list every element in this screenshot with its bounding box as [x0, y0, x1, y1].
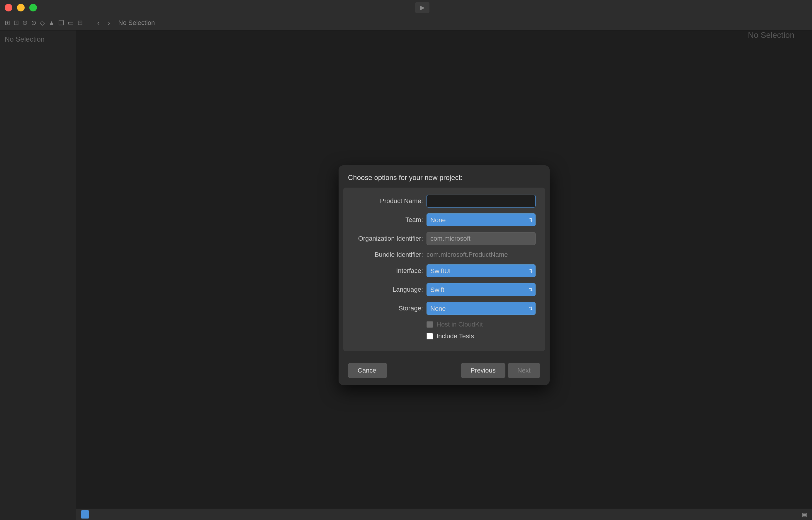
org-identifier-label: Organization Identifier: [352, 235, 423, 242]
toolbar: ⊞ ⊡ ⊕ ⊙ ◇ ▲ ❑ ▭ ⊟ ‹ › No Selection [0, 15, 812, 30]
language-label: Language: [352, 286, 423, 293]
toolbar-icon-rect[interactable]: ▭ [68, 19, 74, 27]
bottom-bar: ▣ [76, 508, 812, 520]
bottom-right-icon[interactable]: ▣ [802, 511, 807, 518]
bundle-identifier-control: com.microsoft.ProductName [426, 251, 535, 259]
toolbar-icon-warn[interactable]: ◇ [40, 19, 45, 27]
host-cloudkit-checkbox[interactable] [426, 321, 433, 328]
team-select-wrapper: None Add Account... [426, 213, 535, 226]
next-button[interactable]: Next [508, 363, 540, 378]
previous-button[interactable]: Previous [461, 363, 505, 378]
toolbar-icon-minus[interactable]: ⊟ [77, 19, 83, 27]
product-name-label: Product Name: [352, 197, 423, 205]
toolbar-icon-add[interactable]: ⊕ [22, 19, 28, 27]
product-name-row: Product Name: [352, 194, 535, 208]
interface-select-wrapper: SwiftUI Storyboard [426, 264, 535, 277]
nav-buttons: Previous Next [461, 363, 540, 378]
org-identifier-control: com.microsoft [426, 232, 535, 245]
storage-control: None Core Data SwiftData [426, 302, 535, 315]
language-select[interactable]: Swift Objective-C [426, 283, 535, 296]
maximize-button[interactable] [29, 4, 37, 11]
sidebar-no-selection: No Selection [0, 30, 76, 48]
dialog-overlay: Choose options for your new project: Pro… [76, 30, 812, 520]
org-identifier-row: Organization Identifier: com.microsoft [352, 232, 535, 245]
dialog-footer: Cancel Previous Next [339, 357, 550, 385]
product-name-input[interactable] [426, 194, 535, 208]
nav-back-icon[interactable]: ‹ [95, 18, 102, 28]
storage-select-wrapper: None Core Data SwiftData [426, 302, 535, 315]
org-identifier-display: com.microsoft [426, 232, 535, 245]
storage-select[interactable]: None Core Data SwiftData [426, 302, 535, 315]
include-tests-row: Include Tests [426, 332, 535, 340]
team-row: Team: None Add Account... [352, 213, 535, 226]
team-select[interactable]: None Add Account... [426, 213, 535, 226]
team-control: None Add Account... [426, 213, 535, 226]
toolbar-icon-triangle[interactable]: ▲ [48, 19, 55, 27]
close-button[interactable] [5, 4, 12, 11]
checkboxes-area: Host in CloudKit Include Tests [426, 321, 535, 340]
sidebar: No Selection [0, 30, 76, 520]
bundle-identifier-value: com.microsoft.ProductName [426, 250, 508, 259]
toolbar-icon-grid[interactable]: ⊞ [5, 19, 10, 27]
bundle-identifier-row: Bundle Identifier: com.microsoft.Product… [352, 251, 535, 259]
dialog-title: Choose options for your new project: [339, 165, 550, 182]
minimize-button[interactable] [17, 4, 25, 11]
new-project-dialog: Choose options for your new project: Pro… [339, 165, 550, 385]
org-identifier-value: com.microsoft [430, 235, 471, 242]
dialog-content: Product Name: Team: None Add Account... [343, 188, 545, 351]
language-control: Swift Objective-C [426, 283, 535, 296]
toolbar-icon-list[interactable]: ⊡ [14, 19, 19, 27]
traffic-lights [5, 4, 37, 11]
storage-label: Storage: [352, 305, 423, 312]
language-select-wrapper: Swift Objective-C [426, 283, 535, 296]
storage-row: Storage: None Core Data SwiftData [352, 302, 535, 315]
include-tests-label: Include Tests [437, 332, 474, 340]
blue-dot-icon [81, 510, 89, 519]
toolbar-icon-search[interactable]: ⊙ [31, 19, 36, 27]
interface-row: Interface: SwiftUI Storyboard [352, 264, 535, 277]
run-button[interactable]: ▶ [415, 2, 429, 13]
nav-forward-icon[interactable]: › [106, 18, 112, 28]
language-row: Language: Swift Objective-C [352, 283, 535, 296]
include-tests-checkbox[interactable] [426, 333, 433, 339]
interface-label: Interface: [352, 267, 423, 275]
bundle-identifier-label: Bundle Identifier: [352, 251, 423, 259]
product-name-control [426, 194, 535, 208]
host-cloudkit-row: Host in CloudKit [426, 321, 535, 328]
interface-control: SwiftUI Storyboard [426, 264, 535, 277]
interface-select[interactable]: SwiftUI Storyboard [426, 264, 535, 277]
toolbar-icon-bookmark[interactable]: ❑ [58, 19, 64, 27]
host-cloudkit-label: Host in CloudKit [437, 321, 483, 328]
cancel-button[interactable]: Cancel [348, 363, 387, 378]
no-selection-label: No Selection [119, 19, 155, 27]
team-label: Team: [352, 216, 423, 224]
titlebar: ▶ ◼ ◷ ? [0, 0, 812, 15]
titlebar-center: ▶ [37, 2, 807, 13]
